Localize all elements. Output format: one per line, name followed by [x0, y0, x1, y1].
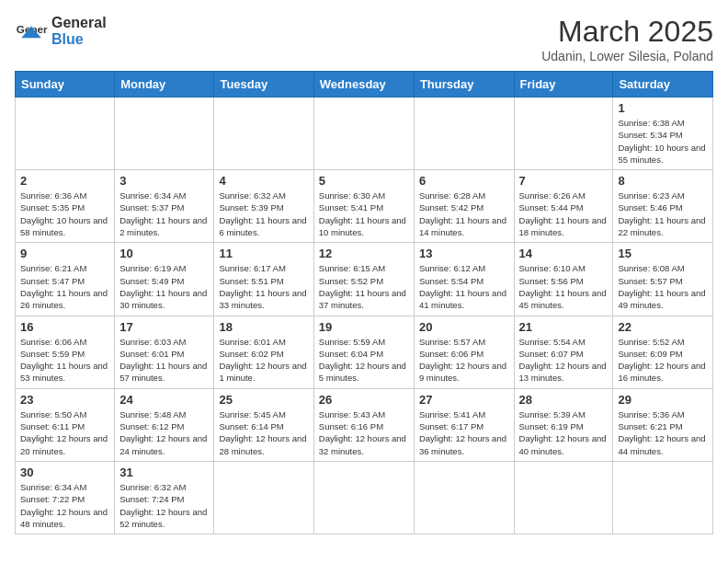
day-info: Sunrise: 6:23 AM Sunset: 5:46 PM Dayligh… — [618, 190, 708, 238]
month-title: March 2025 — [541, 15, 713, 49]
calendar-cell: 10Sunrise: 6:19 AM Sunset: 5:49 PM Dayli… — [115, 243, 214, 316]
day-number: 6 — [419, 174, 509, 188]
calendar-week-4: 23Sunrise: 5:50 AM Sunset: 6:11 PM Dayli… — [16, 388, 713, 461]
calendar-cell: 31Sunrise: 6:32 AM Sunset: 7:24 PM Dayli… — [115, 461, 214, 534]
calendar-cell: 1Sunrise: 6:38 AM Sunset: 5:34 PM Daylig… — [613, 98, 713, 170]
calendar-cell: 22Sunrise: 5:52 AM Sunset: 6:09 PM Dayli… — [613, 316, 713, 388]
day-info: Sunrise: 5:59 AM Sunset: 6:04 PM Dayligh… — [319, 336, 409, 385]
calendar-cell: 21Sunrise: 5:54 AM Sunset: 6:07 PM Dayli… — [514, 316, 613, 388]
day-info: Sunrise: 6:21 AM Sunset: 5:47 PM Dayligh… — [20, 262, 109, 311]
day-number: 9 — [20, 247, 109, 260]
calendar-cell — [514, 98, 613, 170]
weekday-header-monday: Monday — [115, 72, 214, 98]
calendar-cell: 12Sunrise: 6:15 AM Sunset: 5:52 PM Dayli… — [313, 243, 414, 316]
day-info: Sunrise: 5:50 AM Sunset: 6:11 PM Dayligh… — [20, 408, 109, 457]
calendar-cell — [414, 98, 514, 170]
logo-blue-text: Blue — [51, 31, 107, 48]
day-info: Sunrise: 6:17 AM Sunset: 5:51 PM Dayligh… — [219, 262, 308, 311]
calendar-week-2: 9Sunrise: 6:21 AM Sunset: 5:47 PM Daylig… — [16, 243, 713, 316]
header: General General Blue March 2025 Udanin, … — [15, 15, 713, 63]
day-info: Sunrise: 6:26 AM Sunset: 5:44 PM Dayligh… — [519, 190, 609, 238]
day-info: Sunrise: 6:01 AM Sunset: 6:02 PM Dayligh… — [219, 336, 308, 385]
day-info: Sunrise: 6:28 AM Sunset: 5:42 PM Dayligh… — [419, 190, 509, 238]
weekday-header-thursday: Thursday — [414, 72, 514, 98]
day-info: Sunrise: 5:48 AM Sunset: 6:12 PM Dayligh… — [119, 408, 209, 457]
calendar-cell — [313, 461, 414, 534]
day-info: Sunrise: 5:39 AM Sunset: 6:19 PM Dayligh… — [519, 408, 609, 457]
day-number: 1 — [618, 101, 708, 115]
calendar-cell — [214, 461, 313, 534]
day-number: 22 — [618, 320, 708, 334]
day-info: Sunrise: 6:12 AM Sunset: 5:54 PM Dayligh… — [419, 262, 509, 311]
day-number: 29 — [618, 393, 708, 407]
calendar-cell: 29Sunrise: 5:36 AM Sunset: 6:21 PM Dayli… — [613, 388, 713, 461]
calendar-cell — [414, 461, 514, 534]
day-info: Sunrise: 6:30 AM Sunset: 5:41 PM Dayligh… — [319, 190, 409, 238]
day-number: 21 — [519, 320, 609, 334]
calendar-cell: 30Sunrise: 6:34 AM Sunset: 7:22 PM Dayli… — [16, 461, 115, 534]
day-info: Sunrise: 5:57 AM Sunset: 6:06 PM Dayligh… — [419, 336, 509, 385]
day-number: 7 — [519, 174, 609, 188]
calendar-cell: 24Sunrise: 5:48 AM Sunset: 6:12 PM Dayli… — [115, 388, 214, 461]
calendar-cell: 14Sunrise: 6:10 AM Sunset: 5:56 PM Dayli… — [514, 243, 613, 316]
day-info: Sunrise: 6:08 AM Sunset: 5:57 PM Dayligh… — [618, 262, 708, 311]
day-number: 24 — [119, 393, 209, 407]
day-number: 30 — [20, 465, 109, 479]
weekday-header-tuesday: Tuesday — [214, 72, 313, 98]
calendar-cell: 11Sunrise: 6:17 AM Sunset: 5:51 PM Dayli… — [214, 243, 313, 316]
day-info: Sunrise: 5:43 AM Sunset: 6:16 PM Dayligh… — [319, 408, 409, 457]
day-number: 31 — [119, 465, 209, 479]
day-number: 12 — [319, 247, 409, 260]
calendar-cell — [313, 98, 414, 170]
day-number: 8 — [618, 174, 708, 188]
calendar-cell: 19Sunrise: 5:59 AM Sunset: 6:04 PM Dayli… — [313, 316, 414, 388]
day-info: Sunrise: 6:03 AM Sunset: 6:01 PM Dayligh… — [119, 336, 209, 385]
day-info: Sunrise: 6:19 AM Sunset: 5:49 PM Dayligh… — [119, 262, 209, 311]
day-info: Sunrise: 6:15 AM Sunset: 5:52 PM Dayligh… — [319, 262, 409, 311]
calendar-cell — [115, 98, 214, 170]
day-number: 16 — [20, 320, 109, 334]
calendar-week-1: 2Sunrise: 6:36 AM Sunset: 5:35 PM Daylig… — [16, 170, 713, 243]
calendar-cell: 25Sunrise: 5:45 AM Sunset: 6:14 PM Dayli… — [214, 388, 313, 461]
logo: General General Blue — [15, 15, 107, 48]
calendar-cell: 16Sunrise: 6:06 AM Sunset: 5:59 PM Dayli… — [16, 316, 115, 388]
calendar-week-5: 30Sunrise: 6:34 AM Sunset: 7:22 PM Dayli… — [16, 461, 713, 534]
calendar-cell — [613, 461, 713, 534]
calendar-cell: 6Sunrise: 6:28 AM Sunset: 5:42 PM Daylig… — [414, 170, 514, 243]
calendar-table: SundayMondayTuesdayWednesdayThursdayFrid… — [15, 71, 713, 534]
day-number: 13 — [419, 247, 509, 260]
calendar-cell: 17Sunrise: 6:03 AM Sunset: 6:01 PM Dayli… — [115, 316, 214, 388]
calendar-cell: 26Sunrise: 5:43 AM Sunset: 6:16 PM Dayli… — [313, 388, 414, 461]
weekday-header-friday: Friday — [514, 72, 613, 98]
day-number: 2 — [20, 174, 109, 188]
weekday-header-sunday: Sunday — [16, 72, 115, 98]
day-info: Sunrise: 5:36 AM Sunset: 6:21 PM Dayligh… — [618, 408, 708, 457]
day-info: Sunrise: 5:52 AM Sunset: 6:09 PM Dayligh… — [618, 336, 708, 385]
day-info: Sunrise: 6:34 AM Sunset: 5:37 PM Dayligh… — [119, 190, 209, 238]
calendar-cell — [214, 98, 313, 170]
title-area: March 2025 Udanin, Lower Silesia, Poland — [541, 15, 713, 63]
location-subtitle: Udanin, Lower Silesia, Poland — [541, 49, 713, 63]
day-info: Sunrise: 6:34 AM Sunset: 7:22 PM Dayligh… — [20, 481, 109, 530]
calendar-cell: 15Sunrise: 6:08 AM Sunset: 5:57 PM Dayli… — [613, 243, 713, 316]
calendar-cell: 20Sunrise: 5:57 AM Sunset: 6:06 PM Dayli… — [414, 316, 514, 388]
logo-general-text: General — [51, 15, 107, 31]
calendar-cell — [16, 98, 115, 170]
weekday-header-saturday: Saturday — [613, 72, 713, 98]
day-number: 19 — [319, 320, 409, 334]
calendar-week-0: 1Sunrise: 6:38 AM Sunset: 5:34 PM Daylig… — [16, 98, 713, 170]
calendar-cell: 9Sunrise: 6:21 AM Sunset: 5:47 PM Daylig… — [16, 243, 115, 316]
calendar-cell: 4Sunrise: 6:32 AM Sunset: 5:39 PM Daylig… — [214, 170, 313, 243]
day-number: 11 — [219, 247, 308, 260]
day-number: 5 — [319, 174, 409, 188]
weekday-header-row: SundayMondayTuesdayWednesdayThursdayFrid… — [16, 72, 713, 98]
day-info: Sunrise: 5:54 AM Sunset: 6:07 PM Dayligh… — [519, 336, 609, 385]
calendar-cell: 2Sunrise: 6:36 AM Sunset: 5:35 PM Daylig… — [16, 170, 115, 243]
day-number: 20 — [419, 320, 509, 334]
day-number: 4 — [219, 174, 308, 188]
day-info: Sunrise: 5:45 AM Sunset: 6:14 PM Dayligh… — [219, 408, 308, 457]
calendar-cell: 5Sunrise: 6:30 AM Sunset: 5:41 PM Daylig… — [313, 170, 414, 243]
day-number: 25 — [219, 393, 308, 407]
day-number: 14 — [519, 247, 609, 260]
day-number: 17 — [119, 320, 209, 334]
